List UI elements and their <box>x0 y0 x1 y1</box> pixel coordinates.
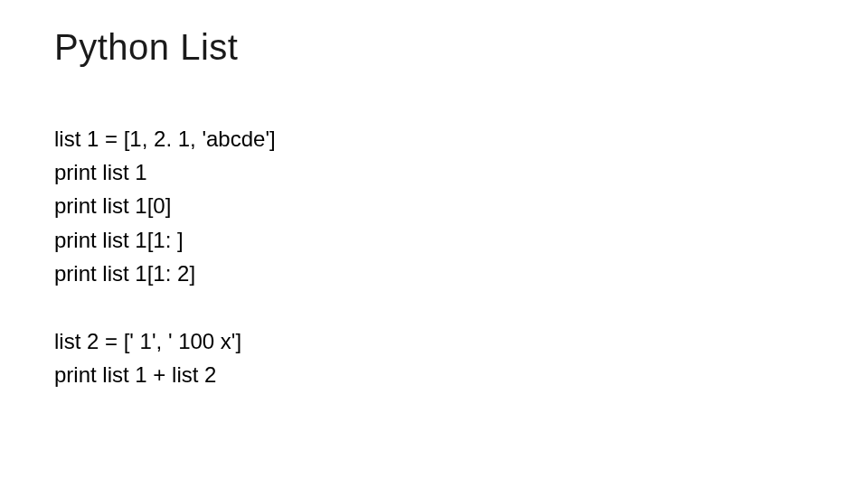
code-block-1: list 1 = [1, 2. 1, 'abcde'] print list 1… <box>54 122 814 290</box>
code-line: print list 1[1: 2] <box>54 257 814 290</box>
code-line: list 1 = [1, 2. 1, 'abcde'] <box>54 122 814 155</box>
code-line: print list 1[0] <box>54 189 814 222</box>
code-line: print list 1[1: ] <box>54 223 814 257</box>
code-line: print list 1 <box>54 155 814 189</box>
code-line: list 2 = [' 1', ' 100 x'] <box>54 324 814 358</box>
slide-title: Python List <box>54 27 814 68</box>
code-block-2: list 2 = [' 1', ' 100 x'] print list 1 +… <box>54 324 814 391</box>
code-line: print list 1 + list 2 <box>54 358 814 391</box>
spacer <box>54 290 814 324</box>
